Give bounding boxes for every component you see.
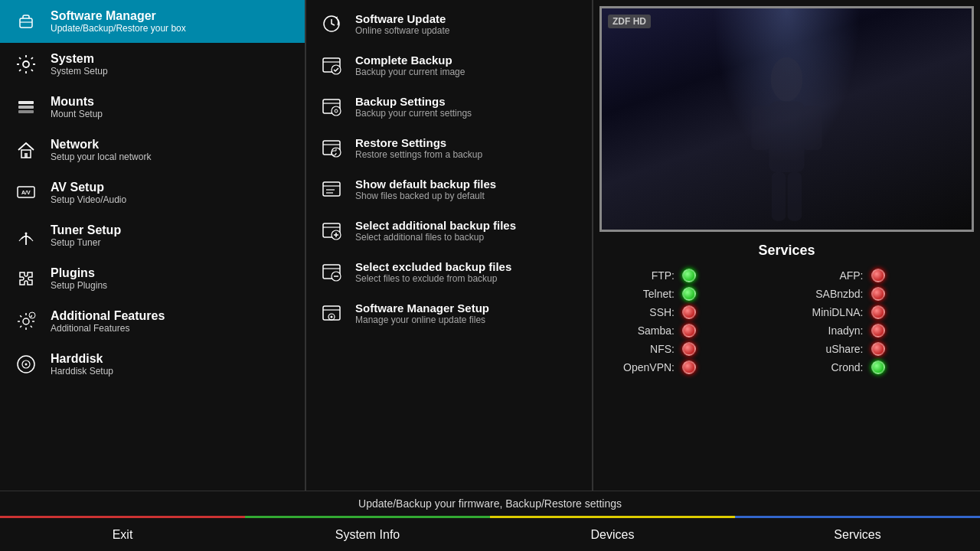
sidebar-item-harddisk[interactable]: Harddisk Harddisk Setup — [0, 343, 305, 386]
menu-text-select-excluded-backup: Select excluded backup files Select file… — [355, 260, 511, 284]
menu-item-select-additional-backup[interactable]: Select additional backup files Select ad… — [306, 210, 592, 251]
svg-rect-46 — [769, 101, 804, 171]
service-row-MiniDLNA: MiniDLNA: — [795, 303, 969, 321]
svg-text:A/V: A/V — [21, 190, 31, 195]
sidebar-text-software-manager: Software Manager Update/Backup/Restore y… — [51, 9, 186, 34]
sidebar-title-plugins: Plugins — [51, 266, 107, 280]
service-indicator-SSH — [682, 305, 696, 319]
sidebar-item-av-setup[interactable]: A/V AV Setup Setup Video/Audio — [0, 171, 305, 214]
video-preview: ZDF HD — [599, 6, 974, 232]
menu-subtitle-select-excluded-backup: Select files to exclude from backup — [355, 273, 511, 284]
services-title: Services — [606, 243, 968, 259]
svg-rect-48 — [802, 106, 822, 150]
service-row-NFS: NFS: — [606, 340, 779, 358]
service-indicator-Crond — [871, 360, 885, 374]
service-indicator-SABnzbd — [871, 287, 885, 301]
menu-title-select-additional-backup: Select additional backup files — [355, 219, 516, 232]
sidebar-subtitle-software-manager: Update/Backup/Restore your box — [51, 23, 186, 34]
svg-rect-49 — [772, 172, 786, 221]
service-row-FTP: FTP: — [606, 266, 779, 285]
service-label-AFP: AFP: — [795, 269, 864, 282]
sidebar-text-network: Network Setup your local network — [51, 138, 151, 162]
svg-rect-4 — [18, 106, 34, 109]
manager-setup-icon — [317, 298, 346, 328]
menu-title-software-manager-setup: Software Manager Setup — [355, 302, 489, 315]
bottom-btn-exit[interactable]: Exit — [0, 516, 245, 551]
menu-item-software-update[interactable]: Software Update Online software update — [306, 3, 592, 44]
service-indicator-OpenVPN — [682, 360, 696, 374]
menu-item-complete-backup[interactable]: Complete Backup Backup your current imag… — [306, 44, 592, 86]
layers-icon — [11, 92, 41, 122]
menu-subtitle-complete-backup: Backup your current image — [355, 67, 465, 77]
menu-title-show-default-backup: Show default backup files — [355, 178, 496, 191]
service-indicator-Samba — [682, 324, 696, 337]
backup-settings-icon — [317, 92, 346, 121]
service-label-Telnet: Telnet: — [606, 288, 675, 300]
service-indicator-MiniDLNA — [871, 305, 885, 319]
sidebar-title-mounts: Mounts — [51, 95, 103, 109]
menu-text-software-update: Software Update Online software update — [355, 12, 449, 36]
menu-text-show-default-backup: Show default backup files Show files bac… — [355, 178, 496, 201]
service-row-Samba: Samba: — [606, 321, 779, 340]
menu-text-backup-settings: Backup Settings Backup your current sett… — [355, 95, 472, 119]
backup-complete-icon — [317, 51, 346, 80]
sidebar-item-plugins[interactable]: Plugins Setup Plugins — [0, 257, 305, 300]
sidebar-title-additional-features: Additional Features — [51, 309, 165, 323]
services-right-column: AFP: SABnzbd: MiniDLNA: Inadyn: uShare: … — [795, 266, 969, 377]
svg-point-23 — [332, 106, 341, 116]
sidebar-title-system: System — [51, 52, 108, 66]
service-label-SSH: SSH: — [606, 306, 675, 318]
service-label-uShare: uShare: — [795, 343, 864, 355]
sidebar-text-additional-features: Additional Features Additional Features — [51, 309, 165, 334]
sidebar-subtitle-system: System Setup — [51, 66, 108, 77]
svg-point-13 — [29, 312, 35, 318]
menu-item-select-excluded-backup[interactable]: Select excluded backup files Select file… — [306, 251, 592, 292]
menu-item-restore-settings[interactable]: Restore Settings Restore settings from a… — [306, 127, 592, 168]
menu-title-backup-settings: Backup Settings — [355, 95, 472, 108]
update-icon — [317, 9, 346, 38]
menu-subtitle-software-update: Online software update — [355, 25, 449, 36]
add-files-icon — [317, 216, 346, 245]
sidebar-item-tuner-setup[interactable]: Tuner Setup Setup Tuner — [0, 214, 305, 257]
restore-icon — [317, 133, 346, 162]
bottom-btn-system-info[interactable]: System Info — [245, 516, 490, 551]
menu-subtitle-software-manager-setup: Manage your online update files — [355, 315, 489, 325]
svg-rect-47 — [751, 106, 770, 150]
service-row-uShare: uShare: — [795, 340, 969, 358]
services-grid: FTP: Telnet: SSH: Samba: NFS: OpenVPN: A… — [606, 266, 968, 377]
sidebar-title-harddisk: Harddisk — [51, 352, 113, 366]
sidebar-item-network[interactable]: Network Setup your local network — [0, 129, 305, 171]
sidebar-title-tuner-setup: Tuner Setup — [51, 223, 121, 237]
briefcase-icon — [11, 6, 41, 37]
svg-point-12 — [23, 318, 29, 324]
sidebar-text-tuner-setup: Tuner Setup Setup Tuner — [51, 223, 121, 248]
bottom-btn-devices[interactable]: Devices — [490, 516, 735, 551]
menu-subtitle-select-additional-backup: Select additional files to backup — [355, 232, 516, 243]
menu-subtitle-restore-settings: Restore settings from a backup — [355, 149, 482, 160]
bottom-btn-services[interactable]: Services — [735, 516, 980, 551]
svg-rect-5 — [18, 110, 34, 113]
sidebar-item-system[interactable]: System System Setup — [0, 43, 305, 86]
menu-item-backup-settings[interactable]: Backup Settings Backup your current sett… — [306, 86, 592, 127]
av-icon: A/V — [11, 178, 41, 208]
service-label-Crond: Crond: — [795, 361, 864, 373]
service-label-Samba: Samba: — [606, 324, 675, 337]
sidebar-text-mounts: Mounts Mount Setup — [51, 95, 103, 119]
menu-item-software-manager-setup[interactable]: Software Manager Setup Manage your onlin… — [306, 292, 592, 334]
svg-rect-50 — [788, 172, 802, 221]
bottom-buttons: ExitSystem InfoDevicesServices — [0, 516, 980, 551]
sidebar-item-mounts[interactable]: Mounts Mount Setup — [0, 86, 305, 129]
menu-title-restore-settings: Restore Settings — [355, 136, 482, 149]
channel-badge: ZDF HD — [608, 15, 651, 28]
sidebar-text-system: System System Setup — [51, 52, 108, 77]
sidebar-subtitle-plugins: Setup Plugins — [51, 280, 107, 291]
sidebar-subtitle-av-setup: Setup Video/Audio — [51, 194, 126, 205]
sidebar-item-software-manager[interactable]: Software Manager Update/Backup/Restore y… — [0, 0, 305, 43]
menu-text-restore-settings: Restore Settings Restore settings from a… — [355, 136, 482, 160]
menu-item-show-default-backup[interactable]: Show default backup files Show files bac… — [306, 168, 592, 210]
sidebar-subtitle-additional-features: Additional Features — [51, 323, 165, 334]
menu-title-select-excluded-backup: Select excluded backup files — [355, 260, 511, 273]
video-figure — [731, 53, 842, 230]
sidebar-item-additional-features[interactable]: Additional Features Additional Features — [0, 300, 305, 343]
menu-subtitle-show-default-backup: Show files backed up by default — [355, 191, 496, 201]
